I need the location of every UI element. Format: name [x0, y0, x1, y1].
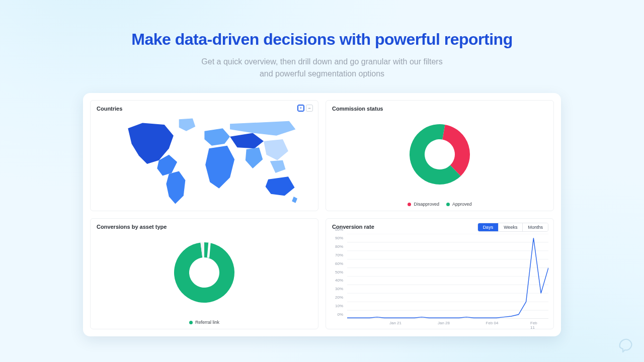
subtitle-line-2: and powerful segmentation options [260, 69, 384, 78]
y-axis-ticks: 0%10%20%30%40%50%60%70%80%90%00% [330, 234, 345, 319]
conversions-by-asset-legend: Referral link [91, 320, 318, 325]
segment-weeks[interactable]: Weeks [498, 223, 522, 231]
conversions-by-asset-donut[interactable] [91, 230, 318, 315]
zoom-in-button[interactable]: + [297, 105, 304, 112]
card-conversions-title: Conversions by asset type [97, 224, 312, 230]
legend-dot-disapproved [408, 203, 411, 206]
commission-status-legend: Disapproved Approved [326, 202, 553, 207]
card-countries: Countries + − [90, 100, 318, 211]
legend-label-approved: Approved [452, 202, 472, 207]
x-axis-ticks: Jan 21Jan 28Feb 04Feb 11 [347, 321, 548, 327]
zoom-out-button[interactable]: − [306, 105, 313, 112]
page-subtitle: Get a quick overview, then drill down an… [0, 56, 644, 80]
card-conversions-by-asset: Conversions by asset type Referral link [90, 218, 318, 329]
map-zoom-group: + − [296, 105, 313, 112]
card-commission-status: Commission status Disapproved Approved [326, 100, 554, 211]
hero: Make data-driven decisions with powerful… [0, 0, 644, 80]
card-countries-title: Countries [97, 106, 312, 112]
legend-dot-approved [446, 203, 450, 206]
page-title: Make data-driven decisions with powerful… [0, 30, 644, 49]
legend-dot-referral [189, 321, 193, 324]
legend-label-disapproved: Disapproved [414, 202, 439, 207]
card-conversion-rate: Conversion rate Days Weeks Months 0%10%2… [326, 218, 554, 329]
time-range-segmented-control: Days Weeks Months [477, 223, 548, 232]
legend-referral-link: Referral link [189, 320, 219, 325]
commission-status-donut[interactable] [326, 112, 553, 197]
segment-months[interactable]: Months [522, 223, 548, 231]
dashboard-panel: Countries + − [83, 93, 561, 336]
subtitle-line-1: Get a quick overview, then drill down an… [201, 57, 442, 66]
legend-approved: Approved [446, 202, 472, 207]
conversion-rate-chart[interactable] [347, 234, 548, 319]
card-commission-status-title: Commission status [332, 106, 547, 112]
legend-label-referral: Referral link [195, 320, 219, 325]
segment-days[interactable]: Days [478, 223, 499, 231]
world-map[interactable] [105, 116, 308, 207]
brand-logo-icon [617, 336, 634, 355]
legend-disapproved: Disapproved [408, 202, 439, 207]
